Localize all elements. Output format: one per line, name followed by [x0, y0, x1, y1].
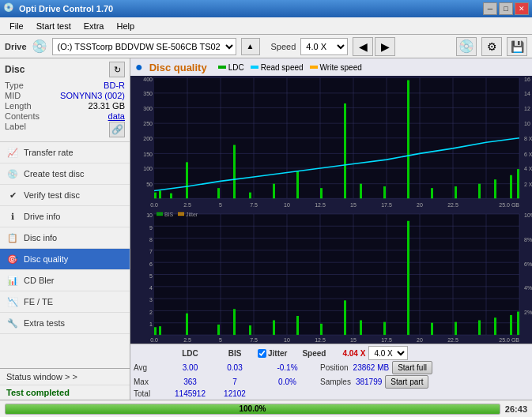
svg-text:2 X: 2 X: [524, 181, 532, 188]
max-bis: 7: [215, 378, 255, 386]
disc-type-value: BD-R: [104, 81, 125, 90]
sidebar-item-extra-tests[interactable]: 🔧 Extra tests: [0, 313, 130, 334]
speed-next-button[interactable]: ▶: [375, 37, 395, 56]
sidebar-item-disc-quality[interactable]: 🎯 Disc quality: [0, 249, 130, 270]
svg-text:12 X: 12 X: [524, 104, 532, 111]
position-value: 23862 MB: [353, 363, 390, 372]
svg-rect-123: [431, 323, 433, 335]
settings-button[interactable]: ⚙: [481, 37, 502, 56]
svg-text:4 X: 4 X: [524, 165, 532, 172]
svg-text:10: 10: [146, 212, 153, 219]
speed-prev-button[interactable]: ◀: [353, 37, 373, 56]
svg-rect-121: [383, 322, 386, 335]
svg-rect-43: [249, 193, 251, 199]
legend-read-speed: Read speed: [251, 63, 304, 72]
svg-text:22.5: 22.5: [447, 201, 458, 208]
disc-contents-value[interactable]: data: [108, 111, 125, 121]
drive-label: Drive: [5, 42, 27, 51]
test-completed-label: Test completed: [0, 385, 130, 400]
svg-rect-40: [186, 162, 188, 198]
menu-file[interactable]: File: [3, 20, 30, 32]
svg-text:1: 1: [149, 321, 153, 328]
svg-text:22.5: 22.5: [447, 336, 458, 344]
svg-rect-50: [407, 80, 409, 198]
drive-bar: Drive 💿 (O:) TSSTcorp BDDVDW SE-506CB TS…: [0, 35, 532, 58]
svg-text:7: 7: [149, 248, 153, 255]
minimize-button[interactable]: ─: [483, 2, 497, 15]
svg-text:2%: 2%: [524, 309, 532, 316]
avg-row-label: Avg: [134, 363, 165, 372]
sidebar-item-verify-test-disc[interactable]: ✔ Verify test disc: [0, 185, 130, 206]
svg-text:5: 5: [219, 336, 222, 344]
drive-eject-button[interactable]: ▲: [241, 38, 260, 55]
svg-rect-46: [320, 188, 323, 198]
disc-length-label: Length: [5, 101, 32, 111]
svg-rect-118: [320, 324, 323, 335]
maximize-button[interactable]: □: [499, 2, 513, 15]
app-icon: 💿: [3, 2, 16, 15]
svg-text:15: 15: [350, 336, 357, 344]
svg-text:5: 5: [149, 272, 153, 280]
svg-text:7.5: 7.5: [250, 201, 258, 208]
speed-arrows: ◀ ▶: [353, 37, 395, 56]
svg-rect-39: [170, 193, 172, 199]
disc-label-label: Label: [5, 122, 26, 137]
title-bar: 💿 Opti Drive Control 1.70 ─ □ ✕: [0, 0, 532, 17]
disc-label-button[interactable]: 🔗: [109, 122, 125, 137]
sidebar-item-cd-bler[interactable]: 📊 CD Bler: [0, 270, 130, 291]
svg-rect-114: [233, 309, 236, 335]
sidebar-item-fe-te[interactable]: 📉 FE / TE: [0, 291, 130, 313]
sidebar-item-disc-info[interactable]: 📋 Disc info: [0, 227, 130, 249]
jitter-checkbox[interactable]: [258, 349, 266, 358]
svg-text:0.0: 0.0: [150, 336, 158, 344]
svg-text:300: 300: [143, 104, 153, 111]
disc-refresh-button[interactable]: ↻: [109, 62, 125, 77]
svg-rect-112: [186, 314, 188, 335]
sidebar-item-transfer-rate[interactable]: 📈 Transfer rate: [0, 142, 130, 163]
menu-extra[interactable]: Extra: [77, 20, 111, 32]
disc-icon-button[interactable]: 💿: [456, 37, 477, 56]
sidebar-item-drive-info[interactable]: ℹ Drive info: [0, 206, 130, 227]
svg-text:8: 8: [149, 236, 153, 243]
position-label: Position: [320, 363, 349, 372]
svg-text:25.0 GB: 25.0 GB: [499, 201, 519, 208]
drive-info-icon: ℹ: [6, 210, 19, 223]
menu-start-test[interactable]: Start test: [30, 20, 77, 32]
svg-text:4: 4: [149, 284, 153, 291]
svg-text:200: 200: [143, 135, 153, 142]
svg-rect-55: [510, 175, 512, 199]
disc-type-label: Type: [5, 81, 24, 90]
svg-rect-120: [360, 320, 362, 335]
svg-text:2: 2: [149, 309, 153, 316]
svg-text:8%: 8%: [524, 236, 532, 243]
svg-text:150: 150: [143, 150, 153, 157]
sidebar-item-create-test-disc[interactable]: 💿 Create test disc: [0, 163, 130, 185]
svg-rect-113: [217, 325, 220, 335]
create-test-disc-icon: 💿: [6, 167, 19, 180]
speed-select[interactable]: 4.0 X: [300, 38, 348, 55]
menu-help[interactable]: Help: [110, 20, 141, 32]
charts-svg: 400 350 300 250 200 150 100 50 16 X 14 X…: [130, 76, 532, 344]
close-button[interactable]: ✕: [515, 2, 529, 15]
stats-speed-dropdown[interactable]: 4.0 X: [368, 346, 408, 360]
verify-test-disc-label: Verify test disc: [24, 190, 80, 200]
nav-items: 📈 Transfer rate 💿 Create test disc ✔ Ver…: [0, 142, 130, 368]
start-full-button[interactable]: Start full: [392, 361, 432, 374]
extra-tests-label: Extra tests: [24, 318, 65, 328]
svg-text:20: 20: [417, 201, 423, 208]
total-ldc: 1145912: [168, 389, 212, 398]
svg-text:12.5: 12.5: [315, 336, 326, 344]
status-window-button[interactable]: Status window > >: [0, 369, 130, 385]
drive-select[interactable]: (O:) TSSTcorp BDDVDW SE-506CB TS02: [52, 38, 236, 55]
svg-text:6: 6: [149, 260, 153, 267]
start-part-button[interactable]: Start part: [385, 375, 428, 389]
chart-title: Disc quality: [149, 62, 207, 73]
svg-text:50: 50: [146, 181, 153, 188]
speed-current-value: 4.04 X: [342, 349, 365, 358]
disc-mid-value: SONYNN3 (002): [60, 91, 125, 100]
status-window-label: Status window > >: [6, 372, 77, 381]
svg-text:15: 15: [350, 201, 357, 208]
svg-text:17.5: 17.5: [381, 336, 392, 344]
drive-info-label: Drive info: [24, 212, 60, 221]
save-button[interactable]: 💾: [507, 37, 527, 56]
